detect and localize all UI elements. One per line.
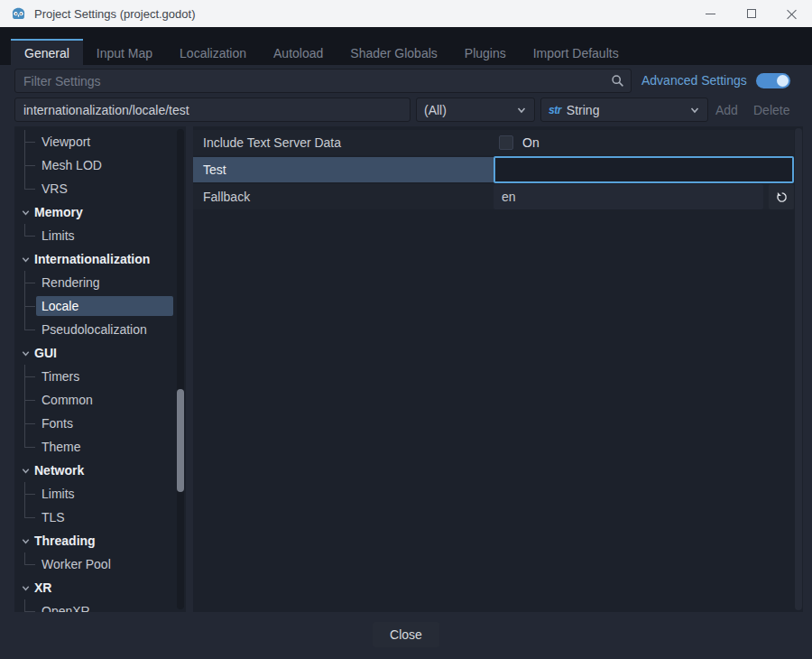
setting-label: Fallback bbox=[193, 184, 494, 209]
close-icon bbox=[787, 9, 797, 19]
sidebar-section-xr[interactable]: XR bbox=[14, 576, 186, 599]
sidebar-item-pseudolocalization[interactable]: Pseudolocalization bbox=[14, 318, 186, 341]
setting-label: Include Text Server Data bbox=[193, 130, 494, 155]
chevron-down-icon bbox=[19, 534, 32, 547]
close-window-button[interactable] bbox=[771, 0, 812, 27]
type-value: String bbox=[567, 103, 689, 117]
sidebar-section-internationalization[interactable]: Internationalization bbox=[14, 247, 186, 271]
include-text-server-data-checkbox[interactable] bbox=[499, 135, 513, 150]
setting-row-test: Test bbox=[193, 157, 794, 182]
tree-connector bbox=[14, 435, 36, 459]
filter-settings-input[interactable] bbox=[14, 69, 632, 93]
sidebar-item-viewport[interactable]: Viewport bbox=[14, 130, 186, 153]
toggle-knob bbox=[777, 75, 789, 87]
feature-filter-dropdown[interactable]: (All) bbox=[416, 97, 535, 122]
tab-plugins[interactable]: Plugins bbox=[451, 39, 520, 65]
add-button[interactable]: Add bbox=[712, 97, 742, 122]
tree-connector bbox=[14, 506, 36, 529]
tree-connector bbox=[14, 318, 36, 341]
advanced-settings-label: Advanced Settings bbox=[641, 73, 747, 88]
tree-connector bbox=[14, 294, 36, 318]
sidebar-item-worker-pool[interactable]: Worker Pool bbox=[14, 552, 186, 576]
test-value-input[interactable] bbox=[494, 156, 794, 183]
godot-icon bbox=[11, 6, 26, 22]
delete-button[interactable]: Delete bbox=[750, 97, 793, 122]
chevron-down-icon bbox=[516, 105, 527, 116]
tree-connector bbox=[14, 482, 36, 506]
sidebar-item-locale[interactable]: Locale bbox=[14, 294, 186, 318]
tab-shader-globals[interactable]: Shader Globals bbox=[337, 39, 451, 65]
sidebar-item-common[interactable]: Common bbox=[14, 388, 186, 412]
sidebar-item-limits[interactable]: Limits bbox=[14, 482, 186, 506]
chevron-down-icon bbox=[19, 581, 32, 594]
revert-property-button[interactable] bbox=[769, 184, 794, 209]
sidebar-item-openxr[interactable]: OpenXR bbox=[14, 599, 186, 612]
sidebar-section-gui[interactable]: GUI bbox=[14, 341, 186, 365]
tree-connector bbox=[14, 271, 36, 294]
chevron-down-icon bbox=[689, 105, 700, 116]
sidebar-section-network[interactable]: Network bbox=[14, 459, 186, 482]
sidebar-section-threading[interactable]: Threading bbox=[14, 529, 186, 552]
dialog-body: Advanced Settings (All) str String Add D… bbox=[0, 65, 812, 659]
settings-scrollbar[interactable] bbox=[795, 128, 802, 610]
search-icon bbox=[611, 74, 624, 88]
chevron-down-icon bbox=[19, 347, 32, 359]
string-type-icon: str bbox=[549, 104, 561, 116]
sidebar-item-vrs[interactable]: VRS bbox=[14, 177, 186, 200]
property-path-input[interactable] bbox=[14, 97, 411, 122]
advanced-settings-toggle[interactable] bbox=[756, 73, 790, 88]
sidebar-item-theme[interactable]: Theme bbox=[14, 435, 186, 459]
sidebar-item-timers[interactable]: Timers bbox=[14, 365, 186, 388]
tab-strip: General Input Map Localization Autoload … bbox=[0, 27, 812, 65]
sidebar-scrollbar-thumb[interactable] bbox=[177, 389, 184, 492]
fallback-value-input[interactable] bbox=[494, 184, 763, 209]
window-title: Project Settings (project.godot) bbox=[34, 7, 195, 21]
tree-connector bbox=[14, 552, 36, 576]
minimize-icon bbox=[706, 14, 715, 14]
tree-connector bbox=[14, 153, 36, 177]
close-button[interactable]: Close bbox=[373, 622, 439, 647]
sidebar-item-rendering[interactable]: Rendering bbox=[14, 271, 186, 294]
settings-tree: Viewport Mesh LOD VRS Memory Limits Inte… bbox=[14, 130, 186, 612]
tree-connector bbox=[14, 412, 36, 435]
maximize-icon bbox=[747, 9, 756, 18]
minimize-button[interactable] bbox=[690, 0, 731, 27]
tree-connector bbox=[14, 365, 36, 388]
feature-filter-value: (All) bbox=[424, 103, 516, 117]
chevron-down-icon bbox=[19, 206, 32, 218]
titlebar: Project Settings (project.godot) bbox=[0, 0, 812, 27]
sidebar-section-memory[interactable]: Memory bbox=[14, 200, 186, 224]
project-settings-window: Project Settings (project.godot) General… bbox=[0, 0, 812, 659]
setting-row-fallback: Fallback bbox=[193, 184, 794, 209]
sidebar-item-fonts[interactable]: Fonts bbox=[14, 412, 186, 435]
maximize-button[interactable] bbox=[731, 0, 771, 27]
sidebar-item-limits[interactable]: Limits bbox=[14, 224, 186, 247]
checkbox-on-label: On bbox=[522, 135, 540, 150]
sidebar-scrollbar[interactable] bbox=[177, 129, 184, 609]
type-dropdown[interactable]: str String bbox=[540, 97, 708, 122]
setting-row-include-text-server-data: Include Text Server Data On bbox=[193, 130, 794, 155]
chevron-down-icon bbox=[19, 464, 32, 477]
tree-connector bbox=[14, 224, 36, 247]
sidebar-item-tls[interactable]: TLS bbox=[14, 506, 186, 529]
setting-label-selected[interactable]: Test bbox=[193, 157, 494, 182]
tree-connector bbox=[14, 388, 36, 412]
settings-panel: Include Text Server Data On Test Fallbac… bbox=[193, 126, 803, 612]
tree-connector bbox=[14, 599, 36, 612]
tab-import-defaults[interactable]: Import Defaults bbox=[520, 39, 632, 65]
tab-input-map[interactable]: Input Map bbox=[83, 39, 166, 65]
tree-connector bbox=[14, 130, 36, 153]
tab-localization[interactable]: Localization bbox=[166, 39, 260, 65]
tab-general[interactable]: General bbox=[11, 39, 83, 65]
chevron-down-icon bbox=[19, 253, 32, 265]
settings-sidebar: Viewport Mesh LOD VRS Memory Limits Inte… bbox=[14, 126, 186, 612]
tab-autoload[interactable]: Autoload bbox=[260, 39, 337, 65]
sidebar-item-mesh-lod[interactable]: Mesh LOD bbox=[14, 153, 186, 177]
revert-icon bbox=[776, 191, 788, 203]
tree-connector bbox=[14, 177, 36, 200]
